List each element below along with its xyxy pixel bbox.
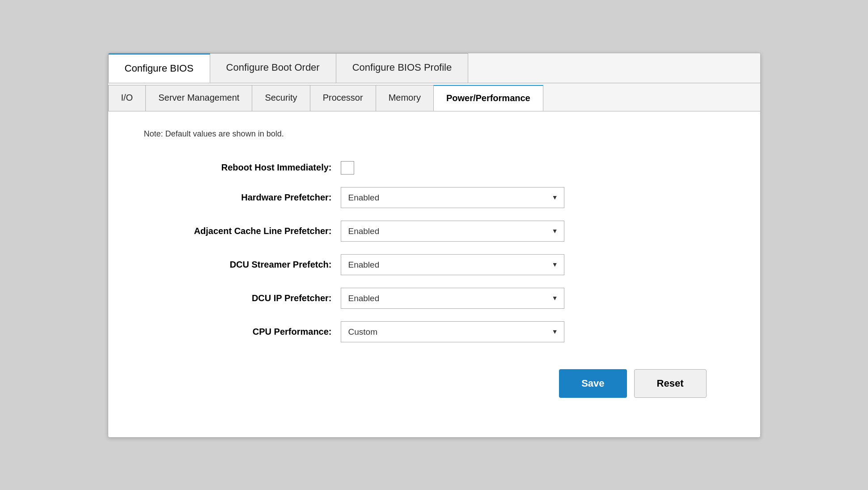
- sub-tab-memory[interactable]: Memory: [376, 85, 434, 111]
- dcu-ip-row: DCU IP Prefetcher: Enabled Disabled ▼: [162, 288, 733, 309]
- content-area: Note: Default values are shown in bold. …: [108, 111, 760, 425]
- cpu-performance-wrapper: Custom Enterprise High Throughput HPC ▼: [341, 321, 564, 342]
- sub-tab-bar: I/O Server Management Security Processor…: [108, 83, 760, 111]
- dcu-streamer-label: DCU Streamer Prefetch:: [162, 260, 332, 270]
- dcu-ip-select[interactable]: Enabled Disabled: [341, 288, 564, 309]
- note-text: Note: Default values are shown in bold.: [144, 129, 733, 139]
- reboot-host-label: Reboot Host Immediately:: [162, 162, 332, 173]
- cpu-performance-select[interactable]: Custom Enterprise High Throughput HPC: [341, 321, 564, 342]
- save-button[interactable]: Save: [559, 369, 627, 398]
- adjacent-cache-line-row: Adjacent Cache Line Prefetcher: Enabled …: [162, 221, 733, 242]
- dcu-streamer-select[interactable]: Enabled Disabled: [341, 254, 564, 275]
- cpu-performance-row: CPU Performance: Custom Enterprise High …: [162, 321, 733, 342]
- dcu-streamer-row: DCU Streamer Prefetch: Enabled Disabled …: [162, 254, 733, 275]
- reset-button[interactable]: Reset: [634, 369, 707, 398]
- cpu-performance-label: CPU Performance:: [162, 327, 332, 337]
- hardware-prefetcher-select[interactable]: Enabled Disabled: [341, 187, 564, 208]
- sub-tab-server-management[interactable]: Server Management: [145, 85, 252, 111]
- button-row: Save Reset: [135, 369, 733, 398]
- adjacent-cache-line-select[interactable]: Enabled Disabled: [341, 221, 564, 242]
- dcu-ip-wrapper: Enabled Disabled ▼: [341, 288, 564, 309]
- sub-tab-power-performance[interactable]: Power/Performance: [433, 85, 543, 111]
- reboot-host-checkbox[interactable]: [341, 161, 354, 175]
- dcu-ip-label: DCU IP Prefetcher:: [162, 293, 332, 303]
- sub-tab-io[interactable]: I/O: [108, 85, 146, 111]
- hardware-prefetcher-wrapper: Enabled Disabled ▼: [341, 187, 564, 208]
- tab-configure-bios[interactable]: Configure BIOS: [108, 53, 210, 83]
- top-tab-bar: Configure BIOS Configure Boot Order Conf…: [108, 53, 760, 83]
- adjacent-cache-line-label: Adjacent Cache Line Prefetcher:: [162, 226, 332, 236]
- reboot-host-row: Reboot Host Immediately:: [162, 161, 733, 175]
- main-container: Configure BIOS Configure Boot Order Conf…: [108, 53, 761, 438]
- sub-tab-processor[interactable]: Processor: [310, 85, 376, 111]
- tab-configure-bios-profile[interactable]: Configure BIOS Profile: [336, 53, 469, 83]
- sub-tab-security[interactable]: Security: [252, 85, 310, 111]
- form-section: Reboot Host Immediately: Hardware Prefet…: [162, 161, 733, 342]
- adjacent-cache-line-wrapper: Enabled Disabled ▼: [341, 221, 564, 242]
- tab-configure-boot-order[interactable]: Configure Boot Order: [210, 53, 336, 83]
- hardware-prefetcher-row: Hardware Prefetcher: Enabled Disabled ▼: [162, 187, 733, 208]
- dcu-streamer-wrapper: Enabled Disabled ▼: [341, 254, 564, 275]
- hardware-prefetcher-label: Hardware Prefetcher:: [162, 192, 332, 203]
